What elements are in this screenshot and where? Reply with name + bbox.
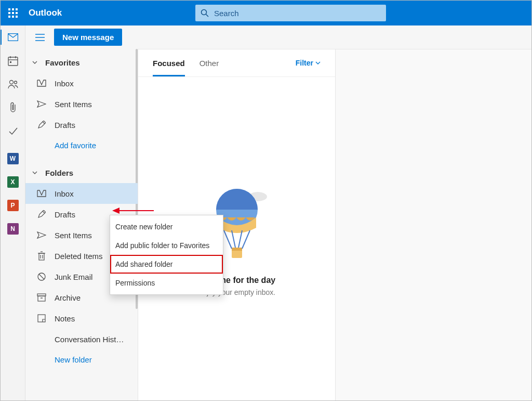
chevron-down-icon (315, 60, 321, 66)
svg-marker-23 (37, 232, 46, 238)
folders-header[interactable]: Folders (25, 162, 138, 183)
svg-point-20 (9, 80, 13, 84)
svg-line-10 (206, 15, 209, 17)
nav-item-label: Inbox (55, 79, 74, 88)
draft-icon (35, 210, 48, 218)
folders-context-menu: Create new folder Add public folder to F… (110, 215, 223, 295)
new-message-button[interactable]: New message (54, 29, 122, 46)
svg-rect-5 (16, 12, 18, 14)
folders-label: Folders (45, 169, 73, 177)
svg-rect-1 (12, 8, 14, 10)
svg-rect-4 (12, 12, 14, 14)
inbox-icon (35, 80, 48, 87)
chevron-down-icon (32, 59, 38, 66)
notes-icon (35, 314, 48, 322)
svg-rect-7 (12, 16, 14, 18)
add-favorite-link[interactable]: Add favorite (25, 135, 138, 155)
svg-rect-34 (38, 315, 45, 322)
favorites-label: Favorites (45, 58, 80, 67)
trash-icon (35, 251, 48, 261)
svg-point-21 (14, 81, 17, 84)
filter-dropdown[interactable]: Filter (296, 59, 321, 67)
archive-icon (35, 293, 48, 302)
search-icon (201, 9, 209, 17)
rail-files-icon[interactable] (1, 96, 25, 119)
app-title: Outlook (29, 8, 62, 18)
ctx-create-folder[interactable]: Create new folder (110, 217, 223, 236)
sent-icon (35, 100, 48, 108)
sent-icon (35, 231, 48, 239)
rail-todo-icon[interactable] (1, 119, 25, 143)
draft-icon (35, 121, 48, 129)
nav-item-label: Drafts (55, 121, 75, 130)
svg-rect-19 (10, 61, 11, 63)
rail-mail-icon[interactable] (1, 25, 25, 49)
nav-item-label: Notes (55, 314, 75, 323)
svg-line-30 (39, 274, 44, 279)
junk-icon (35, 272, 48, 281)
svg-rect-8 (16, 16, 18, 18)
svg-rect-24 (39, 253, 44, 260)
nav-item-label: Drafts (55, 210, 75, 219)
svg-marker-44 (112, 208, 119, 214)
reading-pane (336, 49, 531, 400)
fav-sent[interactable]: Sent Items (25, 94, 138, 114)
nav-item-label: Sent Items (55, 231, 92, 240)
svg-rect-6 (8, 16, 10, 18)
fav-inbox[interactable]: Inbox (25, 73, 138, 94)
svg-rect-32 (38, 296, 45, 301)
svg-point-9 (202, 10, 207, 15)
app-rail: W X P N (1, 25, 25, 400)
tab-focused[interactable]: Focused (153, 49, 185, 76)
rail-word-icon[interactable]: W (1, 147, 25, 170)
nav-item-label: Sent Items (55, 100, 92, 109)
nav-item-label: Deleted Items (55, 252, 103, 261)
ctx-permissions[interactable]: Permissions (110, 274, 223, 292)
rail-people-icon[interactable] (1, 72, 25, 96)
svg-marker-22 (37, 101, 46, 107)
favorites-header[interactable]: Favorites (25, 52, 138, 73)
nav-item-label: Conversation Hist… (55, 335, 124, 344)
rail-onenote-icon[interactable]: N (1, 217, 25, 240)
tab-other[interactable]: Other (200, 49, 219, 76)
top-bar: Outlook (1, 1, 531, 25)
nav-item-label: Archive (55, 293, 81, 302)
new-folder-link[interactable]: New folder (25, 350, 138, 369)
annotation-arrow (112, 206, 154, 215)
svg-rect-38 (232, 248, 242, 251)
ctx-add-shared-folder[interactable]: Add shared folder (110, 255, 223, 274)
folders-conv-history[interactable]: Conversation Hist… (25, 329, 138, 350)
svg-line-39 (224, 230, 232, 249)
chevron-down-icon (32, 170, 38, 176)
folders-inbox[interactable]: Inbox (25, 183, 138, 204)
ctx-add-public-folder[interactable]: Add public folder to Favorites (110, 236, 223, 255)
menu-toggle-icon[interactable] (31, 29, 49, 46)
filter-label: Filter (296, 59, 313, 67)
svg-rect-2 (16, 8, 18, 10)
search-input[interactable] (209, 8, 386, 18)
app-launcher-icon[interactable] (1, 1, 25, 25)
fav-drafts[interactable]: Drafts (25, 114, 138, 135)
svg-rect-0 (8, 8, 10, 10)
rail-excel-icon[interactable]: X (1, 170, 25, 193)
rail-calendar-icon[interactable] (1, 49, 25, 72)
search-box[interactable] (195, 5, 386, 21)
folders-notes[interactable]: Notes (25, 308, 138, 329)
nav-item-label: Junk Email (55, 273, 92, 281)
nav-item-label: Inbox (55, 189, 74, 198)
svg-rect-15 (8, 57, 18, 66)
svg-line-40 (242, 230, 250, 249)
svg-rect-3 (8, 12, 10, 14)
svg-line-41 (232, 230, 235, 248)
inbox-icon (35, 190, 48, 197)
rail-powerpoint-icon[interactable]: P (1, 193, 25, 217)
svg-line-42 (238, 230, 242, 248)
